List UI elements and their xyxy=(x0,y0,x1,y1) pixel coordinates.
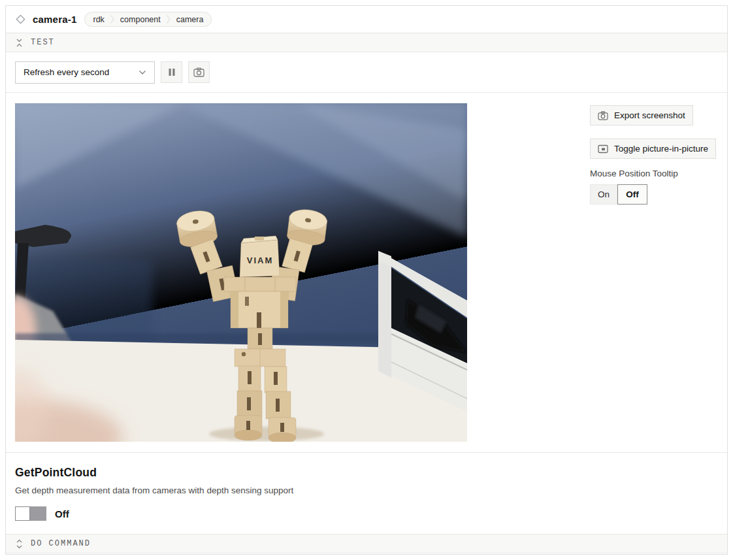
get-point-cloud-description: Get depth measurement data from cameras … xyxy=(15,486,718,495)
do-command-section-header[interactable]: DO COMMAND xyxy=(6,534,727,553)
mouse-tooltip-toggle-group: On Off xyxy=(590,184,725,205)
camera-icon xyxy=(193,67,204,77)
breadcrumb-camera: camera xyxy=(176,15,204,24)
breadcrumb: rdk component camera xyxy=(84,12,212,27)
chevron-down-icon xyxy=(138,70,146,75)
toggle-knob xyxy=(15,506,30,521)
toggle-pip-label: Toggle picture-in-picture xyxy=(614,144,708,154)
refresh-rate-value: Refresh every second xyxy=(24,67,109,77)
point-cloud-toggle-switch[interactable] xyxy=(15,506,46,521)
card-header: camera-1 rdk component camera xyxy=(6,6,727,33)
pause-icon xyxy=(168,68,176,76)
collapse-icon xyxy=(15,38,24,48)
robot-head-logo: VIAM xyxy=(247,255,274,265)
do-command-section-label: DO COMMAND xyxy=(31,539,91,548)
export-screenshot-label: Export screenshot xyxy=(614,110,685,120)
camera-stream-frame: VIAM xyxy=(15,103,467,442)
get-point-cloud-section: GetPointCloud Get depth measurement data… xyxy=(6,452,727,534)
picture-in-picture-icon xyxy=(598,144,608,154)
breadcrumb-rdk: rdk xyxy=(93,15,104,24)
breadcrumb-component: component xyxy=(120,15,161,24)
camera-icon xyxy=(598,111,608,120)
tooltip-off-button[interactable]: Off xyxy=(617,184,647,205)
test-panel-body: VIAM xyxy=(6,93,727,452)
pause-stream-button[interactable] xyxy=(161,61,182,83)
get-point-cloud-title: GetPointCloud xyxy=(15,466,718,480)
snapshot-button[interactable] xyxy=(188,61,210,83)
refresh-rate-select[interactable]: Refresh every second xyxy=(15,61,155,84)
tooltip-on-button[interactable]: On xyxy=(590,184,617,205)
camera-card: camera-1 rdk component camera TEST Refre… xyxy=(5,5,728,555)
breadcrumb-separator-icon xyxy=(110,15,114,24)
toggle-pip-button[interactable]: Toggle picture-in-picture xyxy=(590,139,716,159)
test-section-header[interactable]: TEST xyxy=(6,33,727,52)
resource-title: camera-1 xyxy=(33,14,76,25)
stream-side-controls: Export screenshot Toggle picture-in-pict… xyxy=(590,105,725,205)
expand-icon xyxy=(15,539,24,549)
test-section-label: TEST xyxy=(31,38,55,47)
stream-toolbar: Refresh every second xyxy=(6,52,727,93)
component-diamond-icon xyxy=(15,14,26,25)
export-screenshot-button[interactable]: Export screenshot xyxy=(590,105,693,125)
breadcrumb-separator-icon xyxy=(167,15,171,24)
point-cloud-toggle-state: Off xyxy=(55,508,69,519)
mouse-position-tooltip-label: Mouse Position Tooltip xyxy=(590,169,725,178)
camera-stream: VIAM xyxy=(15,103,467,442)
